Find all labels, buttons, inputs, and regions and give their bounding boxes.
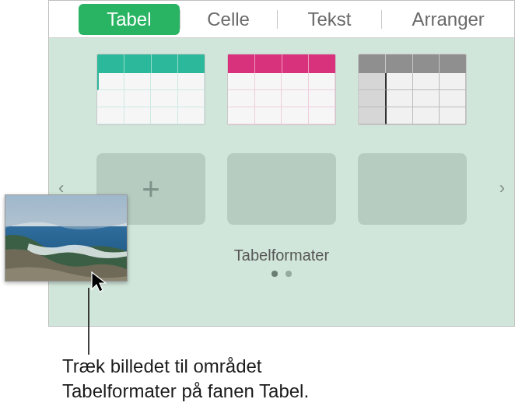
table-style-gray[interactable] bbox=[358, 54, 467, 125]
table-style-presets bbox=[49, 44, 514, 131]
plus-icon: + bbox=[142, 173, 159, 205]
table-style-teal[interactable] bbox=[96, 54, 205, 125]
table-style-magenta[interactable] bbox=[227, 54, 336, 125]
tabbar-lead-spacer bbox=[49, 1, 79, 37]
empty-style-slot[interactable] bbox=[358, 153, 467, 225]
callout-line-2: Tabelformater på fanen Tabel. bbox=[62, 380, 309, 401]
page-dot-2[interactable] bbox=[286, 271, 292, 277]
callout-leader-line bbox=[86, 288, 101, 361]
callout-caption: Træk billedet til området Tabelformater … bbox=[62, 354, 436, 404]
tab-tabel[interactable]: Tabel bbox=[79, 4, 180, 35]
tab-celle[interactable]: Celle bbox=[180, 4, 277, 35]
empty-style-slot[interactable] bbox=[227, 153, 336, 225]
styles-nav-next[interactable]: › bbox=[499, 178, 505, 198]
coastal-photo-icon bbox=[5, 195, 128, 282]
table-styles-panel: ‹ › bbox=[49, 38, 514, 326]
callout-line-1: Træk billedet til området bbox=[62, 355, 262, 376]
tab-bar: Tabel Celle Tekst Arranger bbox=[49, 1, 514, 38]
page-dot-1[interactable] bbox=[272, 271, 278, 277]
tab-arranger[interactable]: Arranger bbox=[382, 4, 514, 35]
tab-tekst[interactable]: Tekst bbox=[278, 4, 382, 35]
dragged-image-thumbnail[interactable] bbox=[5, 194, 128, 282]
